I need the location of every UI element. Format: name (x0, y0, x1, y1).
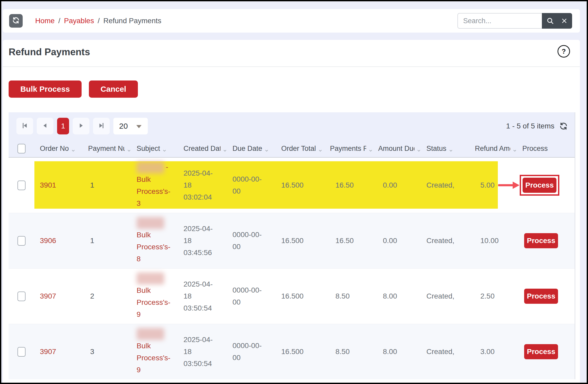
grid-refresh-button[interactable] (559, 122, 568, 131)
created-date-cell: 2025-04-18 03:50:54 (178, 269, 227, 324)
prev-page-icon (41, 122, 49, 131)
payments-received-cell: 16.50 (324, 213, 373, 268)
row-checkbox[interactable] (17, 181, 26, 190)
breadcrumb-separator: / (58, 17, 60, 25)
row-checkbox-cell (9, 324, 34, 379)
order-no-link[interactable]: 3907 (40, 348, 56, 356)
column-header-checkbox (9, 144, 34, 153)
status-cell: Created, (421, 269, 469, 324)
column-header-label: Status (426, 145, 446, 153)
subject-link[interactable]: BulkProcess's-9 (137, 272, 176, 320)
payment-number-value: 3 (90, 348, 94, 356)
magnifier-icon[interactable] (546, 17, 554, 25)
close-icon[interactable] (561, 17, 568, 24)
table-row: 39073BulkProcess's-92025-04-18 03:50:540… (9, 324, 575, 379)
sort-chevron-icon (417, 146, 421, 151)
first-page-button[interactable] (16, 118, 33, 134)
page-size-select[interactable]: 20 (113, 118, 148, 134)
prev-page-button[interactable] (37, 118, 53, 134)
order-no-link[interactable]: 3907 (40, 292, 56, 300)
payments-received-cell: 8.50 (324, 269, 373, 324)
refresh-button[interactable] (9, 14, 23, 28)
status-cell: Created, (421, 158, 469, 213)
payment-number-cell: 2 (83, 269, 131, 324)
sort-chevron-icon (162, 146, 167, 151)
column-header-label: Refund Amou (475, 145, 510, 153)
created-date-value: 2025-04-18 03:45:56 (183, 223, 218, 259)
due-date-cell: 0000-00-00 (227, 269, 276, 324)
row-checkbox-cell (9, 269, 34, 324)
column-header-subject[interactable]: Subject (131, 145, 178, 153)
refund-amount-value: 10.00 (480, 237, 499, 245)
column-header-order_no[interactable]: Order No (34, 145, 83, 153)
breadcrumb-item-payables[interactable]: Payables (64, 17, 94, 25)
amount-due-value: 8.00 (383, 348, 397, 356)
order-no-cell: 3907 (34, 324, 83, 379)
column-header-status[interactable]: Status (421, 145, 469, 153)
subject-cell: -BulkProcess's-3 (131, 158, 178, 213)
payment-number-cell: 1 (83, 213, 131, 268)
column-header-order_total[interactable]: Order Total (276, 145, 324, 153)
order-no-link[interactable]: 3901 (40, 181, 56, 189)
subject-link[interactable]: -BulkProcess's-3 (137, 161, 176, 209)
subject-link[interactable]: BulkProcess's-8 (137, 216, 176, 265)
payment-number-cell: 3 (83, 324, 131, 379)
cancel-button[interactable]: Cancel (89, 80, 138, 98)
row-checkbox[interactable] (17, 236, 26, 246)
due-date-cell: 0000-00-00 (227, 213, 276, 268)
status-value: Created, (426, 181, 454, 189)
column-header-label: Order No (40, 145, 69, 153)
refund-payments-grid: 1 20 1 - 5 (9, 112, 575, 379)
status-cell: Created, (421, 324, 469, 379)
payment-number-cell: 1 (83, 158, 131, 213)
column-header-label: Due Date (232, 145, 262, 153)
sort-chevron-icon (71, 146, 75, 151)
process-cell: Process (517, 213, 575, 268)
created-date-value: 2025-04-18 03:50:54 (183, 278, 218, 314)
column-header-due_date[interactable]: Due Date (227, 145, 276, 153)
current-page-button[interactable]: 1 (57, 118, 69, 134)
column-header-payments_received[interactable]: Payments Re (324, 145, 373, 153)
row-checkbox-cell (9, 158, 34, 213)
process-button[interactable]: Process (524, 344, 558, 359)
payments-received-value: 8.50 (335, 292, 350, 300)
redacted-text-blur (137, 272, 164, 284)
amount-due-cell: 8.00 (373, 324, 421, 379)
column-header-amount_due[interactable]: Amount Due (373, 145, 421, 153)
question-circle-icon[interactable]: ? (558, 45, 570, 58)
next-page-button[interactable] (73, 118, 89, 134)
subject-link[interactable]: BulkProcess's-9 (137, 327, 176, 376)
amount-due-value: 0.00 (383, 237, 397, 245)
process-cell: Process (517, 269, 575, 324)
column-header-refund_amount[interactable]: Refund Amou (469, 145, 517, 153)
process-button[interactable]: Process (524, 233, 558, 248)
subject-line: Bulk (137, 174, 176, 185)
page-size-value: 20 (119, 122, 128, 131)
due-date-cell: 0000-00-00 (227, 158, 276, 213)
row-checkbox[interactable] (17, 347, 26, 357)
order-no-link[interactable]: 3906 (40, 237, 56, 245)
breadcrumb-item-home[interactable]: Home (35, 17, 55, 25)
status-value: Created, (426, 237, 454, 245)
subject-cell: BulkProcess's-9 (131, 269, 178, 324)
process-button[interactable]: Process (523, 178, 556, 193)
search-input[interactable] (457, 13, 542, 29)
column-header-label: Amount Due (378, 145, 414, 153)
column-header-label: Created Date (183, 145, 220, 153)
last-page-button[interactable] (93, 118, 110, 134)
column-header-payment_number[interactable]: Payment Num (83, 145, 131, 153)
order-total-cell: 16.500 (276, 269, 324, 324)
order-total-value: 16.500 (281, 237, 304, 245)
due-date-cell: 0000-00-00 (227, 324, 276, 379)
bulk-process-button[interactable]: Bulk Process (9, 80, 82, 98)
process-button[interactable]: Process (524, 289, 558, 304)
subject-line: Process's- (137, 185, 176, 197)
sort-chevron-icon (223, 146, 227, 151)
row-checkbox[interactable] (17, 292, 26, 301)
amount-due-value: 0.00 (383, 181, 397, 189)
row-checkbox-cell (9, 213, 34, 268)
column-header-created_date[interactable]: Created Date (178, 145, 227, 153)
payments-received-value: 8.50 (335, 348, 350, 356)
table-body: 39011-BulkProcess's-32025-04-18 03:02:04… (9, 158, 575, 379)
select-all-checkbox[interactable] (17, 144, 26, 153)
